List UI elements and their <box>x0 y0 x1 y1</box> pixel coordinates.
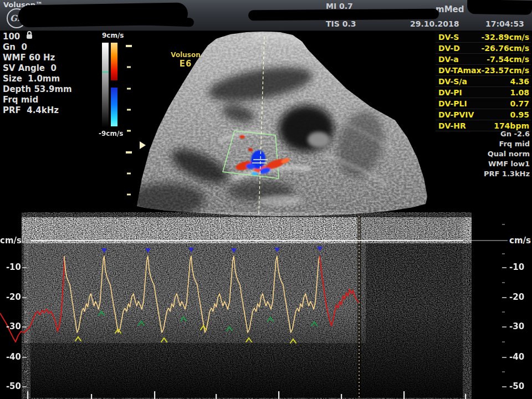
bmode-setting-line: Size 1.0mm <box>3 74 72 84</box>
ruler-tick-major <box>126 151 132 154</box>
ruler-tick-minor <box>127 88 131 90</box>
measurement-label: DV-S <box>438 33 459 42</box>
time-tick <box>403 391 405 399</box>
measurement-row: DV-PI1.08 <box>436 87 531 98</box>
redaction-id <box>248 9 439 21</box>
measurement-row: DV-S-32.89cm/s <box>436 32 531 43</box>
doppler-setting-line: WMF low1 <box>438 159 530 169</box>
grayscale-marker <box>102 71 109 73</box>
measurement-value: -26.76cm/s <box>482 44 529 53</box>
redaction-top-right <box>467 0 532 15</box>
time-tick <box>278 391 279 399</box>
measurement-label: DV-TAmax <box>438 66 482 75</box>
axis-label-right: -20 <box>509 292 532 302</box>
doppler-setting-line: Frq mid <box>438 139 530 149</box>
bmode-setting-line: WMF 60 Hz <box>3 53 72 63</box>
axis-label-right: -40 <box>509 352 532 362</box>
axis-label-right: -10 <box>509 262 532 272</box>
bmode-setting-line: Depth 53.9mm <box>3 84 72 95</box>
measurement-value: -23.57cm/s <box>482 66 529 75</box>
color-scale-min: -9cm/s <box>99 130 123 137</box>
ruler-tick-minor <box>127 109 131 111</box>
doppler-setting-line: Gn -2.6 <box>438 129 530 139</box>
measurement-value: -32.89cm/s <box>482 33 529 42</box>
bmode-setting-line: SV Angle 0 <box>3 63 72 74</box>
color-doppler-bar-negative <box>111 88 117 126</box>
bmode-setting-line: Frq mid <box>3 95 72 105</box>
focus-marker[interactable] <box>140 141 146 149</box>
measurement-value: 0.77 <box>510 99 529 108</box>
power-value: 100 <box>3 32 20 42</box>
time-tick <box>465 394 466 399</box>
color-scale-max: 9cm/s <box>102 32 124 39</box>
axis-label-left: -40 <box>0 352 21 362</box>
ruler-tick-minor <box>127 173 131 175</box>
measurement-value: -7.54cm/s <box>487 55 529 64</box>
facility-name: mMed <box>436 4 464 14</box>
axis-label-right: -30 <box>509 321 532 331</box>
power-line: 100 <box>3 32 72 42</box>
measurement-row: DV-PLI0.77 <box>436 98 531 109</box>
measurement-label: DV-PLI <box>438 99 467 108</box>
spectral-display[interactable] <box>0 215 508 399</box>
measurement-row: DV-TAmax-23.57cm/s <box>436 65 531 76</box>
ruler-tick-minor <box>127 194 131 196</box>
bmode-setting-line: PRF 4.4kHz <box>3 105 72 116</box>
measurement-results-panel: DV-S-32.89cm/sDV-D-26.76cm/sDV-a-7.54cm/… <box>436 32 531 131</box>
axis-label-right: -50 <box>509 381 532 391</box>
axis-label-left: -30 <box>0 321 21 331</box>
time-tick <box>341 394 342 399</box>
axis-label-right: cm/s <box>509 236 532 245</box>
color-doppler-bar-positive <box>111 43 117 80</box>
measurement-row: DV-a-7.54cm/s <box>436 54 531 65</box>
ruler-tick-major <box>126 45 132 47</box>
time-tick <box>154 391 155 399</box>
measurement-value: 0.95 <box>510 110 529 119</box>
ruler-tick-minor <box>127 66 131 68</box>
bmode-settings-panel: 100 Gn 0WMF 60 HzSV Angle 0Size 1.0mmDep… <box>3 32 72 116</box>
measurement-label: DV-PVIV <box>438 110 474 119</box>
measurement-row: DV-D-26.76cm/s <box>436 43 531 54</box>
time-tick <box>27 391 28 399</box>
measurement-row: DV-S/a4.36 <box>436 76 531 87</box>
tis-value: TIS 0.3 <box>326 19 356 28</box>
ultrasound-screen: Voluson™ GE MI 0.7 TIS 0.3 mMed 29.10.20… <box>0 0 532 399</box>
time-tick <box>91 394 92 399</box>
measurement-value: 4.36 <box>510 77 529 86</box>
measurement-label: DV-D <box>438 44 460 53</box>
top-status-bar: Voluson™ GE MI 0.7 TIS 0.3 mMed 29.10.20… <box>0 0 532 31</box>
measurement-value: 1.08 <box>510 88 529 97</box>
grayscale-bar <box>102 43 109 127</box>
doppler-setting-line: PRF 1.3kHz <box>438 169 530 179</box>
time-tick <box>216 394 217 399</box>
doppler-setting-line: Qual norm <box>438 149 530 159</box>
probe-label: Voluson E6 <box>170 51 202 69</box>
ruler-tick-minor <box>127 130 131 132</box>
bmode-setting-line: Gn 0 <box>3 42 72 53</box>
exam-date: 29.10.2018 <box>410 19 459 28</box>
probe-name: Voluson <box>170 51 202 59</box>
probe-model: E6 <box>170 59 202 69</box>
exam-time: 17:04:53 <box>485 19 524 28</box>
depth-ruler <box>126 45 132 196</box>
measurement-label: DV-S/a <box>438 77 467 86</box>
lock-icon <box>27 34 32 39</box>
axis-label-left: -50 <box>0 381 21 391</box>
axis-label-left: cm/s <box>0 236 21 245</box>
measurement-row: DV-PVIV0.95 <box>436 109 531 120</box>
axis-label-left: -10 <box>0 262 21 272</box>
measurement-label: DV-a <box>438 55 459 64</box>
axis-label-left: -20 <box>0 292 21 302</box>
measurement-label: DV-PI <box>438 88 462 97</box>
doppler-settings-panel: Gn -2.6Frq midQual normWMF low1PRF 1.3kH… <box>438 129 530 179</box>
